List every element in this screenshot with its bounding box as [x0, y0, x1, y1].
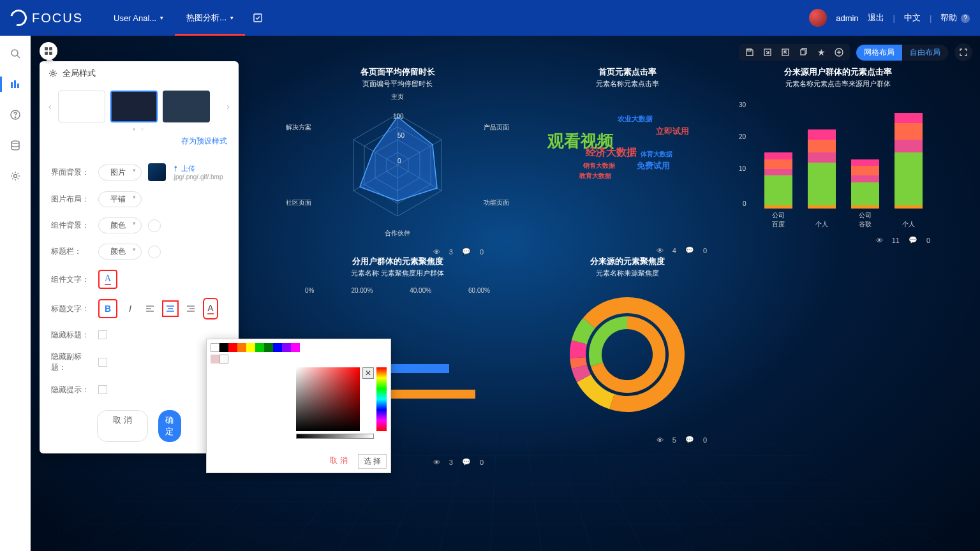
- widget-radar[interactable]: 各页面平均停留时长 页面编号平均停留时长 主页 产品页面 功能页面 合作伙伴 社…: [286, 66, 509, 242]
- theme-pagination: ● ○: [40, 122, 239, 133]
- add-icon[interactable]: [833, 47, 845, 58]
- tab-heatmap-analysis[interactable]: 热图分析... ▾: [175, 0, 245, 36]
- align-right-button[interactable]: [184, 302, 198, 316]
- cancel-button[interactable]: 取 消: [97, 410, 148, 442]
- text-color-button[interactable]: A: [204, 299, 217, 318]
- left-sidebar: [0, 36, 31, 551]
- theme-swatch-light[interactable]: [58, 91, 105, 122]
- cloud-word: 免费试用: [637, 160, 670, 172]
- theme-next[interactable]: ›: [226, 101, 230, 112]
- import-icon[interactable]: [780, 47, 791, 58]
- theme-swatch-dark2[interactable]: [163, 91, 210, 122]
- layout-grid-button[interactable]: 网格布局: [856, 45, 902, 61]
- edit-icon[interactable]: [253, 13, 263, 23]
- sidebar-settings[interactable]: [8, 168, 23, 184]
- sidebar-dashboard[interactable]: [8, 77, 23, 92]
- color-swatch[interactable]: [237, 343, 246, 352]
- img-layout-label: 图片布局：: [51, 194, 92, 205]
- logout-link[interactable]: 退出: [868, 12, 884, 24]
- align-center-button[interactable]: [163, 302, 177, 316]
- theme-picker: ‹ ›: [40, 85, 239, 122]
- hide-subtitle-label: 隐藏副标题：: [51, 351, 92, 373]
- widget-subtitle: 元素名称 元素聚焦度用户群体: [286, 268, 509, 278]
- comp-bg-label: 组件背景：: [51, 220, 92, 231]
- widget-subtitle: 元素名称来源聚焦度: [522, 268, 732, 278]
- comp-bg-select[interactable]: 颜色: [98, 217, 142, 233]
- color-swatch[interactable]: [291, 343, 300, 352]
- widget-donut[interactable]: 分来源的元素聚焦度 元素名称来源聚焦度 👁5 💬0: [522, 256, 732, 418]
- color-swatch[interactable]: [255, 343, 264, 352]
- bold-button[interactable]: B: [98, 299, 117, 318]
- color-swatch[interactable]: [228, 343, 237, 352]
- bg-select[interactable]: 图片: [98, 165, 142, 180]
- widget-subtitle: 页面编号平均停留时长: [286, 79, 509, 89]
- color-swatch[interactable]: [246, 343, 255, 352]
- hide-subtitle-checkbox[interactable]: [98, 358, 107, 367]
- sidebar-search[interactable]: [8, 46, 23, 61]
- chevron-down-icon: ▾: [160, 15, 163, 21]
- sidebar-data[interactable]: [8, 138, 23, 153]
- widget-barchart[interactable]: 分来源用户群体的元素点击率 元素名称元素点击率来源用户群体 30 20 10 0…: [739, 66, 937, 229]
- layout-free-button[interactable]: 自由布局: [902, 45, 948, 61]
- radar-chart: [334, 101, 461, 229]
- upload-link[interactable]: ⭱ 上传: [172, 164, 223, 173]
- save-preset-link[interactable]: 存为预设样式: [181, 136, 227, 145]
- widget-title: 分来源用户群体的元素点击率: [739, 66, 937, 78]
- color-picker: ✕ 取 消 选 择: [206, 339, 391, 473]
- color-hue-slider[interactable]: [376, 367, 387, 431]
- help-link[interactable]: 帮助 ?: [940, 12, 970, 24]
- bg-thumbnail[interactable]: [148, 163, 166, 181]
- color-recent-area: [211, 367, 292, 439]
- svg-rect-2: [11, 82, 13, 88]
- username[interactable]: admin: [836, 13, 858, 23]
- color-close-button[interactable]: ✕: [362, 367, 374, 379]
- eye-icon: 👁: [433, 459, 440, 466]
- language-link[interactable]: 中文: [904, 12, 921, 24]
- widget-wordcloud[interactable]: 首页元素点击率 元素名称元素点击率 观看视频农业大数据立即试用经济大数据体育大数…: [522, 66, 732, 223]
- color-swatch[interactable]: [219, 355, 228, 364]
- svg-rect-9: [748, 49, 751, 51]
- color-gradient[interactable]: [296, 367, 360, 431]
- color-swatch[interactable]: [282, 343, 291, 352]
- confirm-button[interactable]: 确 定: [158, 410, 181, 442]
- theme-swatch-dark1[interactable]: [110, 91, 158, 122]
- star-icon[interactable]: ★: [815, 47, 827, 58]
- panel-title: 全局样式: [63, 68, 96, 79]
- save-icon[interactable]: [744, 47, 755, 58]
- tab-user-analysis[interactable]: User Anal... ▾: [102, 0, 175, 36]
- img-layout-select[interactable]: 平铺: [98, 191, 142, 207]
- color-swatch[interactable]: [211, 343, 219, 352]
- brand-logo: FOCUS: [10, 10, 83, 26]
- sidebar-help[interactable]: [8, 107, 23, 122]
- color-swatch[interactable]: [264, 343, 273, 352]
- avatar[interactable]: [809, 9, 827, 27]
- color-presets: [211, 343, 387, 352]
- widget-subtitle: 元素名称元素点击率: [522, 79, 732, 89]
- gear-icon: [48, 69, 57, 78]
- titlebar-color[interactable]: [148, 246, 161, 258]
- color-brightness-slider[interactable]: [296, 434, 374, 439]
- copy-icon[interactable]: [798, 47, 809, 58]
- cloud-word: 教育大数据: [579, 172, 611, 180]
- fullscreen-icon[interactable]: [954, 43, 972, 61]
- comment-icon: 💬: [462, 247, 471, 256]
- color-swatch[interactable]: [211, 355, 219, 364]
- grid-icon: [45, 47, 52, 55]
- export-icon[interactable]: [762, 47, 773, 58]
- color-cancel-button[interactable]: 取 消: [325, 454, 352, 469]
- color-swatch[interactable]: [219, 343, 228, 352]
- comp-bg-color[interactable]: [148, 219, 161, 232]
- color-swatch[interactable]: [273, 343, 282, 352]
- eye-icon: 👁: [657, 247, 664, 254]
- comp-text-style[interactable]: A: [98, 270, 117, 289]
- italic-button[interactable]: I: [124, 299, 137, 318]
- titlebar-select[interactable]: 颜色: [98, 244, 142, 260]
- theme-prev[interactable]: ‹: [48, 101, 52, 112]
- cloud-word: 经济大数据: [586, 146, 637, 159]
- align-left-button[interactable]: [143, 302, 157, 316]
- hide-prompt-checkbox[interactable]: [98, 385, 107, 394]
- cloud-body: 观看视频农业大数据立即试用经济大数据体育大数据销售大数据免费试用教育大数据: [522, 108, 732, 223]
- global-style-trigger[interactable]: [40, 42, 57, 60]
- color-select-button[interactable]: 选 择: [358, 454, 387, 469]
- hide-title-checkbox[interactable]: [98, 330, 107, 339]
